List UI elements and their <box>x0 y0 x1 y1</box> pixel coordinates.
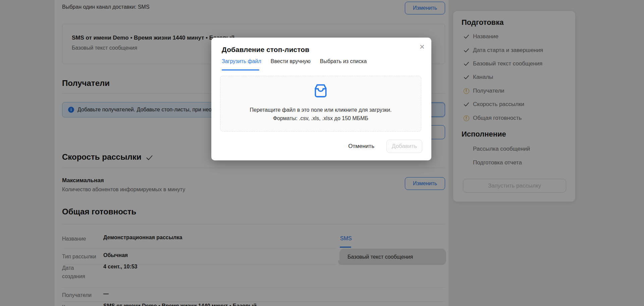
dropzone-instruction: Перетащите файл в это поле или кликните … <box>250 107 392 113</box>
modal-tabs: Загрузить файл Ввести вручную Выбрать из… <box>222 58 367 64</box>
add-button[interactable]: Добавить <box>386 140 422 153</box>
page: Выбран один канал доставки: SMS Изменить… <box>0 0 644 306</box>
tab-enter-manually[interactable]: Ввести вручную <box>271 58 311 64</box>
add-stoplists-modal: × Добавление стоп-листов Загрузить файл … <box>211 38 431 160</box>
close-icon[interactable]: × <box>420 42 425 51</box>
active-tab-underline <box>222 69 259 70</box>
tab-select-from-list[interactable]: Выбрать из списка <box>320 58 367 64</box>
dropzone-formats: Форматы: .csv, .xls, .xlsx до 150 МБМБ <box>273 115 368 121</box>
modal-footer: Отменить Добавить <box>348 140 422 153</box>
file-dropzone[interactable]: Перетащите файл в это поле или кликните … <box>220 76 421 132</box>
cancel-button[interactable]: Отменить <box>348 143 374 150</box>
tab-upload-file[interactable]: Загрузить файл <box>222 58 261 64</box>
modal-title: Добавление стоп-листов <box>222 46 309 54</box>
inbox-icon <box>313 84 328 98</box>
